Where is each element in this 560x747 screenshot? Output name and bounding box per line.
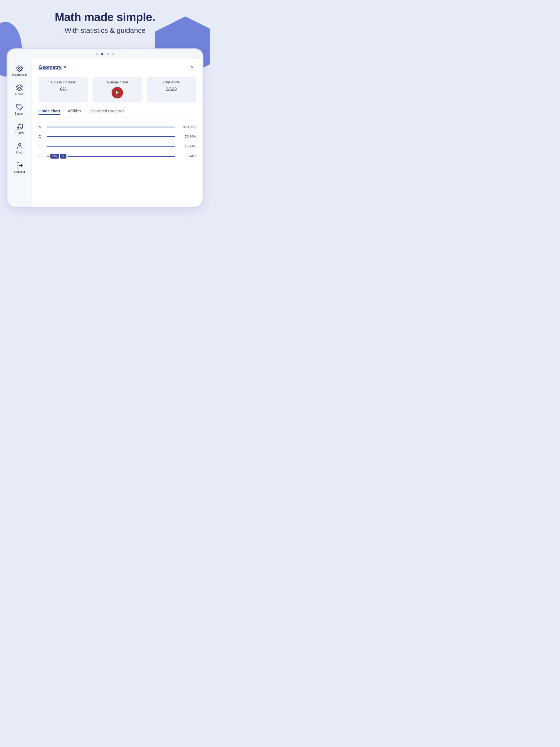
course-progress-label: Course progress — [41, 80, 85, 84]
tablet-top-bar — [7, 49, 203, 59]
tab-grade-chart[interactable]: Grade chart — [39, 109, 60, 115]
svg-point-3 — [17, 127, 19, 129]
grade-letter-f: F — [39, 154, 44, 158]
f-indicator: – 0% F — [47, 154, 175, 159]
grade-range-e: 45-74% — [178, 145, 196, 148]
logout-icon — [16, 162, 24, 169]
carousel-dot-2[interactable] — [101, 53, 103, 55]
grade-letter-c: C — [39, 134, 44, 138]
total-points-value: 0/628 — [149, 87, 193, 92]
grade-bar-fill-c — [47, 136, 175, 137]
hero-title: Math made simple. — [5, 11, 205, 24]
layers-icon — [16, 84, 23, 92]
sidebar-item-settings[interactable]: Inställningar — [12, 65, 27, 76]
grade-range-f: 0-44% — [178, 154, 196, 158]
f-percent-badge: 0% — [50, 154, 59, 159]
sidebar-item-itunes[interactable]: iTunes — [16, 123, 24, 134]
person-icon — [16, 142, 24, 150]
grade-row-e: E 45-74% — [39, 144, 196, 148]
tab-abilities[interactable]: Abilities — [68, 109, 81, 115]
course-progress-value: 0% — [41, 87, 85, 92]
sidebar-item-account[interactable]: Konto — [16, 142, 24, 154]
grade-range-c: 75-89% — [178, 135, 196, 138]
sidebar-item-support[interactable]: Support — [15, 103, 24, 115]
f-bar-track — [68, 156, 175, 157]
sidebar-label-itunes: iTunes — [16, 131, 24, 134]
grade-row-a: A 90-100% — [39, 125, 196, 129]
sidebar-label-logout: Logga ut — [14, 170, 25, 173]
hero-section: Math made simple. With statistics & guid… — [0, 0, 210, 43]
grade-bar-e — [47, 146, 175, 147]
grade-letter-e: E — [39, 144, 44, 148]
tablet-container: Inställningar Kursval — [6, 48, 203, 208]
grade-bar-fill-a — [47, 127, 175, 127]
grade-bar-fill-e — [47, 146, 175, 147]
close-button[interactable]: × — [188, 63, 196, 71]
grade-row-f: F – 0% F 0-44% — [39, 154, 196, 159]
grade-bar-c — [47, 136, 175, 137]
grade-letter-a: A — [39, 125, 44, 129]
carousel-dot-3[interactable] — [107, 53, 109, 55]
sidebar-label-settings: Inställningar — [12, 73, 27, 76]
grade-bar-a — [47, 127, 175, 127]
f-grade-badge: F — [60, 154, 67, 159]
app-layout: Inställningar Kursval — [7, 59, 203, 207]
gear-icon — [16, 65, 23, 72]
grade-range-a: 90-100% — [178, 125, 196, 129]
svg-marker-1 — [17, 85, 23, 88]
sidebar-label-account: Konto — [16, 151, 23, 154]
total-points-label: Total Points — [149, 80, 193, 84]
carousel-dot-4[interactable] — [112, 53, 114, 55]
svg-point-0 — [19, 68, 21, 70]
svg-point-4 — [21, 127, 22, 129]
puzzle-icon — [16, 103, 24, 111]
tablet-frame: Inställningar Kursval — [6, 48, 203, 208]
sidebar-label-support: Support — [15, 112, 24, 115]
average-grade-card: Average grade F — [93, 77, 142, 102]
carousel-dot-1[interactable] — [96, 53, 98, 55]
grade-chart-content: A 90-100% C 75-89% — [39, 123, 196, 163]
hero-subtitle: With statistics & guidance — [5, 26, 205, 35]
average-grade-badge: F — [111, 87, 123, 98]
sidebar-item-logout[interactable]: Logga ut — [14, 162, 25, 173]
grade-row-c: C 75-89% — [39, 134, 196, 138]
svg-point-5 — [18, 143, 21, 146]
main-content: Geometry ▼ × Course progress 0% Average … — [32, 59, 203, 207]
average-grade-label: Average grade — [95, 80, 139, 84]
music-icon — [16, 123, 24, 130]
tabs-row: Grade chart Abilities Completed exercise… — [39, 109, 196, 117]
dropdown-arrow-icon: ▼ — [63, 65, 67, 70]
sidebar: Inställningar Kursval — [7, 59, 32, 207]
course-selector[interactable]: Geometry ▼ — [39, 65, 67, 70]
sidebar-label-courses: Kursval — [15, 93, 24, 96]
total-points-card: Total Points 0/628 — [147, 77, 196, 102]
stats-row: Course progress 0% Average grade F Total… — [39, 77, 196, 102]
sidebar-item-courses[interactable]: Kursval — [15, 84, 24, 96]
content-header: Geometry ▼ × — [39, 63, 196, 71]
course-name: Geometry — [39, 65, 61, 70]
tab-completed-exercises[interactable]: Completed exercises — [88, 109, 124, 115]
course-progress-card: Course progress 0% — [39, 77, 88, 102]
